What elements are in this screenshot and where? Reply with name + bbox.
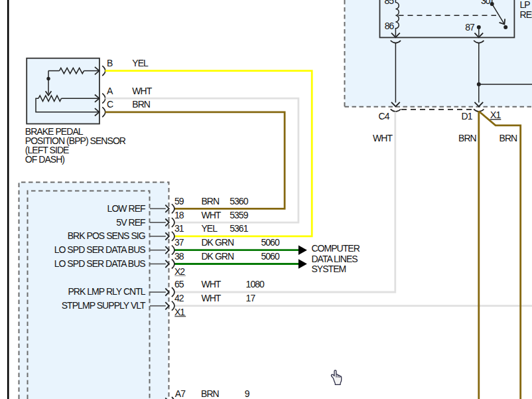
svg-text:X1: X1 bbox=[490, 110, 501, 120]
svg-text:BRN: BRN bbox=[132, 99, 150, 110]
svg-text:87: 87 bbox=[465, 22, 475, 33]
svg-text:BRN: BRN bbox=[201, 388, 219, 399]
svg-text:D1: D1 bbox=[462, 111, 473, 121]
svg-text:5V REF: 5V REF bbox=[116, 217, 145, 228]
svg-text:5060: 5060 bbox=[261, 251, 280, 262]
svg-text:38: 38 bbox=[174, 251, 184, 262]
svg-text:SYSTEM: SYSTEM bbox=[311, 264, 346, 274]
svg-text:1080: 1080 bbox=[246, 279, 265, 289]
svg-text:86: 86 bbox=[385, 21, 395, 31]
svg-text:A7: A7 bbox=[175, 388, 186, 399]
svg-text:5359: 5359 bbox=[230, 210, 249, 220]
svg-text:5361: 5361 bbox=[230, 223, 249, 234]
svg-text:LO SPD SER DATA BUS: LO SPD SER DATA BUS bbox=[54, 244, 146, 255]
svg-text:85: 85 bbox=[385, 0, 395, 6]
svg-text:YEL: YEL bbox=[201, 223, 218, 234]
svg-text:X2: X2 bbox=[174, 266, 185, 277]
svg-text:5060: 5060 bbox=[261, 237, 280, 248]
svg-text:BRN: BRN bbox=[499, 133, 517, 143]
svg-text:WHT: WHT bbox=[132, 86, 152, 96]
svg-text:B: B bbox=[107, 58, 113, 68]
svg-text:STPLMP SUPPLY VLT: STPLMP SUPPLY VLT bbox=[62, 300, 146, 311]
svg-text:BRN: BRN bbox=[458, 133, 476, 143]
svg-text:COMPUTER: COMPUTER bbox=[311, 243, 360, 254]
svg-text:9: 9 bbox=[245, 388, 250, 399]
svg-text:X1: X1 bbox=[174, 307, 185, 317]
svg-text:59: 59 bbox=[174, 196, 184, 206]
svg-text:WHT: WHT bbox=[201, 279, 221, 289]
svg-text:DATA LINES: DATA LINES bbox=[311, 254, 358, 264]
svg-text:18: 18 bbox=[174, 210, 184, 220]
svg-text:5360: 5360 bbox=[230, 196, 249, 206]
svg-text:31: 31 bbox=[174, 223, 184, 234]
svg-text:PRK LMP RLY CNTL: PRK LMP RLY CNTL bbox=[68, 286, 145, 297]
svg-text:C: C bbox=[107, 99, 113, 110]
svg-text:WHT: WHT bbox=[373, 133, 393, 143]
svg-text:YEL: YEL bbox=[132, 58, 149, 68]
svg-text:LOW REF: LOW REF bbox=[107, 203, 146, 214]
svg-text:42: 42 bbox=[174, 293, 184, 303]
svg-text:RELAY: RELAY bbox=[520, 9, 532, 20]
svg-text:LO SPD SER DATA BUS: LO SPD SER DATA BUS bbox=[54, 258, 146, 269]
svg-text:DK GRN: DK GRN bbox=[201, 251, 233, 262]
svg-text:37: 37 bbox=[174, 237, 184, 248]
svg-text:65: 65 bbox=[174, 279, 184, 289]
svg-text:30: 30 bbox=[481, 0, 491, 6]
svg-text:17: 17 bbox=[246, 293, 256, 303]
svg-text:WHT: WHT bbox=[201, 293, 221, 303]
svg-text:BRK POS SENS SIG: BRK POS SENS SIG bbox=[68, 230, 145, 241]
svg-text:BRN: BRN bbox=[201, 196, 219, 206]
svg-text:OF DASH): OF DASH) bbox=[25, 154, 65, 165]
svg-text:C4: C4 bbox=[379, 111, 390, 121]
svg-text:DK GRN: DK GRN bbox=[201, 237, 233, 248]
svg-text:WHT: WHT bbox=[201, 210, 221, 220]
